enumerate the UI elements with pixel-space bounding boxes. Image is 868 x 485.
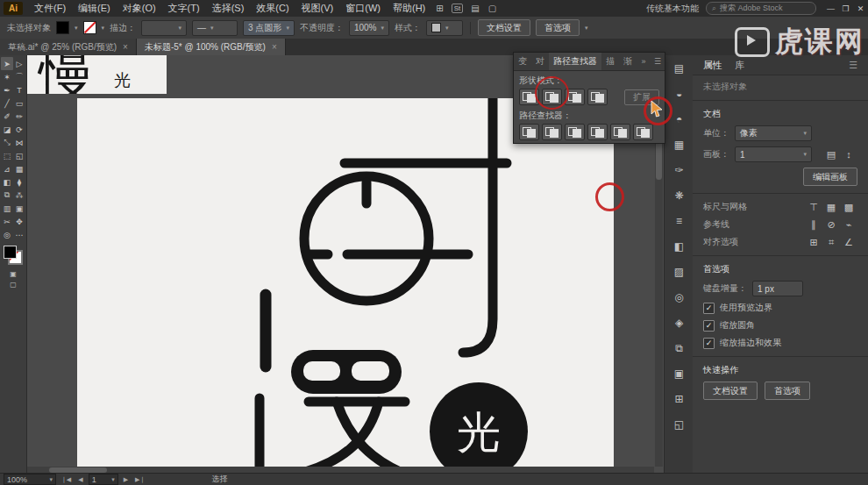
panel-align-icon[interactable]: ⊞ bbox=[669, 389, 690, 410]
panel-swatches-icon[interactable]: ▦ bbox=[669, 134, 690, 155]
free-transform-tool[interactable]: ⬚ bbox=[1, 149, 13, 162]
control-panel-menu-icon[interactable]: ▾ bbox=[585, 25, 588, 32]
rectangle-tool[interactable]: ▭ bbox=[13, 96, 25, 110]
next-artboard-button[interactable]: ▶ bbox=[122, 476, 130, 483]
tab-stroke[interactable]: 描 bbox=[601, 53, 619, 70]
zoom-level-select[interactable]: 100% ▾ bbox=[4, 474, 56, 485]
panel-stroke-icon[interactable]: ≡ bbox=[669, 210, 690, 232]
unit-select[interactable]: 像素 ▾ bbox=[735, 125, 812, 141]
menu-object[interactable]: 对象(O) bbox=[117, 2, 162, 15]
menu-view[interactable]: 视图(V) bbox=[295, 2, 340, 15]
snap-pixel-icon[interactable]: ⌗ bbox=[822, 237, 840, 248]
previous-artboard-button[interactable]: ◀ bbox=[76, 476, 84, 483]
pen-tool[interactable]: ✒ bbox=[1, 83, 13, 96]
opacity-select[interactable]: 100% ▾ bbox=[349, 20, 389, 36]
tab-align[interactable]: 对 bbox=[531, 53, 549, 70]
menu-window[interactable]: 窗口(W) bbox=[339, 2, 387, 15]
document-tab-1[interactable]: 草稿.ai* @ 25% (RGB/预览) × bbox=[0, 39, 137, 55]
minus-back-button[interactable] bbox=[633, 124, 653, 140]
panel-brushes-icon[interactable]: ✑ bbox=[669, 160, 690, 181]
eraser-tool[interactable]: ◪ bbox=[1, 123, 13, 136]
blend-tool[interactable]: ⧉ bbox=[1, 189, 13, 202]
width-tool[interactable]: ⋈ bbox=[13, 136, 25, 149]
zoom-tool[interactable]: ◎ bbox=[1, 228, 13, 241]
artboard-select[interactable]: 1 ▾ bbox=[735, 146, 812, 162]
restore-button[interactable]: ❐ bbox=[838, 4, 853, 13]
fill-stroke-indicator[interactable] bbox=[4, 246, 23, 265]
preferences-button[interactable]: 首选项 bbox=[536, 19, 580, 36]
hand-tool[interactable]: ✥ bbox=[13, 215, 25, 228]
menu-effect[interactable]: 效果(C) bbox=[250, 2, 295, 15]
show-guides-icon[interactable]: ∥ bbox=[805, 219, 822, 231]
exclude-button[interactable] bbox=[587, 89, 608, 105]
fill-swatch[interactable] bbox=[4, 246, 17, 259]
panel-graphic-styles-icon[interactable]: ◈ bbox=[669, 312, 690, 333]
stock-search-input[interactable]: ⌕ 搜索 Adobe Stock bbox=[706, 2, 816, 15]
artboard-tool[interactable]: ▣ bbox=[13, 202, 25, 215]
slice-tool[interactable]: ✂ bbox=[1, 215, 13, 228]
mesh-tool[interactable]: ▦ bbox=[13, 162, 25, 175]
eyedropper-tool[interactable]: ⧫ bbox=[13, 175, 25, 189]
close-tab-icon[interactable]: × bbox=[123, 42, 128, 52]
draw-mode-icon[interactable]: ▣ bbox=[10, 270, 17, 278]
panel-appearance-icon[interactable]: ◎ bbox=[669, 287, 690, 308]
transparency-grid-icon[interactable]: ▩ bbox=[840, 202, 857, 213]
ruler-icon[interactable]: ⊤ bbox=[805, 202, 822, 213]
brush-definition-select[interactable]: 3 点圆形 ▾ bbox=[243, 20, 295, 36]
divide-button[interactable] bbox=[519, 124, 539, 140]
edit-toolbar-icon[interactable]: ⋯ bbox=[13, 228, 25, 241]
paintbrush-tool[interactable]: ✐ bbox=[1, 110, 13, 123]
gradient-tool[interactable]: ◧ bbox=[1, 175, 13, 189]
keyboard-increment-input[interactable]: 1 px bbox=[752, 281, 803, 296]
selection-tool[interactable]: ➤ bbox=[1, 57, 13, 70]
panel-artboards-icon[interactable]: ▣ bbox=[669, 363, 690, 384]
snap-grid-icon[interactable]: ⊞ bbox=[805, 237, 822, 248]
close-tab-icon[interactable]: × bbox=[272, 42, 277, 52]
magic-wand-tool[interactable]: ✶ bbox=[1, 70, 13, 83]
scale-tool[interactable]: ⤡ bbox=[1, 136, 13, 149]
quick-preferences-button[interactable]: 首选项 bbox=[765, 382, 810, 400]
width-profile-select[interactable]: — ▾ bbox=[192, 20, 238, 36]
pencil-tool[interactable]: ✏ bbox=[13, 110, 25, 123]
smart-guides-icon[interactable]: ⌁ bbox=[840, 219, 857, 231]
menu-select[interactable]: 选择(S) bbox=[206, 2, 251, 15]
style-select[interactable]: ▾ bbox=[426, 20, 463, 36]
edit-artboard-button[interactable]: 编辑画板 bbox=[803, 168, 857, 186]
graph-tool[interactable]: ▥ bbox=[1, 202, 13, 215]
arrange-documents-icon[interactable]: ⊞ bbox=[431, 4, 447, 13]
scale-strokes-effects-checkbox[interactable]: ✓ bbox=[703, 338, 715, 349]
app-logo-icon[interactable]: Ai bbox=[4, 2, 23, 15]
panel-gradient-icon[interactable]: ◧ bbox=[669, 236, 690, 257]
scale-corners-checkbox[interactable]: ✓ bbox=[703, 320, 715, 332]
menu-file[interactable]: 文件(F) bbox=[28, 2, 72, 15]
artboard[interactable]: 光 bbox=[77, 98, 614, 467]
first-artboard-button[interactable]: ❘◀ bbox=[60, 476, 73, 483]
symbol-sprayer-tool[interactable]: ⁂ bbox=[13, 189, 25, 202]
direct-selection-tool[interactable]: ▷ bbox=[13, 57, 25, 70]
document-setup-button[interactable]: 文档设置 bbox=[478, 19, 530, 36]
fill-color-swatch[interactable] bbox=[56, 21, 69, 34]
outline-button[interactable] bbox=[610, 124, 630, 140]
last-artboard-button[interactable]: ▶❘ bbox=[133, 476, 146, 483]
panel-symbols-icon[interactable]: ❋ bbox=[669, 185, 690, 206]
menu-type[interactable]: 文字(T) bbox=[162, 2, 206, 15]
crop-button[interactable] bbox=[587, 124, 608, 140]
tab-gradient[interactable]: 渐 bbox=[619, 53, 637, 70]
panel-pathfinder-icon[interactable]: ◱ bbox=[669, 414, 690, 435]
quick-document-setup-button[interactable]: 文档设置 bbox=[703, 382, 758, 400]
tab-properties[interactable]: 属性 bbox=[703, 59, 722, 72]
tab-pathfinder[interactable]: 路径查找器 bbox=[549, 53, 601, 70]
merge-button[interactable] bbox=[565, 124, 585, 140]
panel-more-icon[interactable]: » bbox=[637, 57, 649, 66]
fill-caret-icon[interactable]: ▾ bbox=[75, 25, 78, 32]
close-button[interactable]: ✕ bbox=[853, 4, 868, 13]
type-tool[interactable]: T bbox=[13, 83, 25, 96]
panel-transparency-icon[interactable]: ▨ bbox=[669, 261, 690, 282]
stroke-weight-select[interactable]: ▾ bbox=[141, 20, 187, 36]
artboard-reorder-icon[interactable]: ↕ bbox=[840, 149, 857, 160]
artboard-navigation-select[interactable]: 1 ▾ bbox=[89, 474, 118, 485]
adobe-stock-icon[interactable]: St bbox=[452, 4, 464, 13]
lock-guides-icon[interactable]: ⊘ bbox=[822, 219, 840, 231]
panel-libraries-icon[interactable]: ▤ bbox=[669, 58, 690, 79]
panel-menu-icon[interactable]: ☰ bbox=[651, 57, 665, 66]
